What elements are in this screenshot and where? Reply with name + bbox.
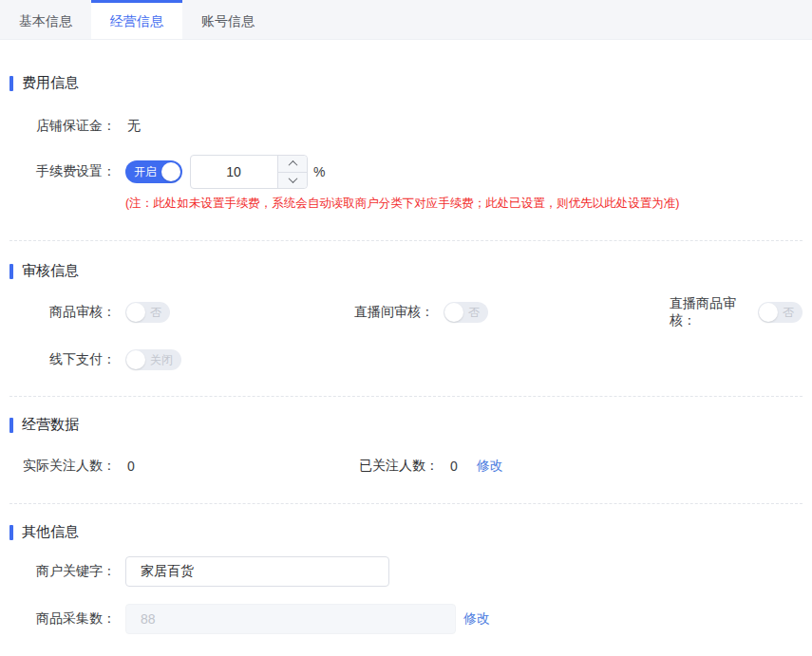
toggle-knob [759, 303, 778, 322]
deposit-row: 店铺保证金： 无 [9, 117, 803, 136]
deposit-value: 无 [127, 118, 141, 135]
livegoods-audit-toggle[interactable]: 否 [758, 302, 803, 323]
deposit-label: 店铺保证金： [9, 118, 116, 135]
spinner-increase-button[interactable] [278, 156, 307, 173]
fee-spinner [277, 156, 307, 188]
livegoods-audit-cell: 直播商品审核： 否 [670, 295, 803, 329]
goods-audit-state: 否 [150, 305, 161, 321]
fee-toggle-label: 开启 [134, 164, 157, 180]
goods-collect-row: 商品采集数： 修改 [9, 604, 803, 634]
fee-setting-label: 手续费设置： [9, 163, 116, 180]
tab-business-info[interactable]: 经营信息 [91, 0, 182, 39]
goods-audit-toggle[interactable]: 否 [125, 302, 170, 323]
livegoods-audit-state: 否 [783, 305, 794, 321]
section-title-text: 其他信息 [22, 523, 79, 541]
page-content: 费用信息 店铺保证金： 无 手续费设置： 开启 % (注：此处如未设置手续费，系… [0, 74, 812, 634]
fee-unit: % [313, 164, 325, 179]
title-accent-bar [9, 418, 13, 433]
section-title-fee-info: 费用信息 [9, 74, 803, 92]
business-data-row: 实际关注人数： 0 已关注人数： 0 修改 [9, 457, 803, 476]
toggle-knob [126, 350, 145, 369]
section-title-text: 费用信息 [22, 74, 79, 92]
tab-basic-info[interactable]: 基本信息 [0, 0, 91, 39]
fee-setting-row: 手续费设置： 开启 % [9, 155, 803, 189]
followed-count-value: 0 [450, 459, 458, 474]
section-divider [9, 240, 803, 241]
fee-note: (注：此处如未设置手续费，系统会自动读取商户分类下对应手续费；此处已设置，则优先… [125, 196, 803, 212]
fee-number-input-wrap [190, 155, 308, 189]
section-divider [9, 503, 803, 504]
audit-toggles-row: 商品审核： 否 直播间审核： 否 直播商品审核： 否 [9, 301, 803, 324]
fee-toggle[interactable]: 开启 [125, 160, 182, 183]
title-accent-bar [9, 525, 13, 540]
title-accent-bar [9, 264, 13, 279]
goods-collect-modify-link[interactable]: 修改 [463, 610, 490, 628]
section-title-text: 经营数据 [22, 416, 79, 434]
liveroom-audit-cell: 直播间审核： 否 [354, 302, 670, 323]
followed-count-cell: 已关注人数： 0 修改 [359, 458, 803, 475]
section-title-text: 审核信息 [22, 262, 79, 280]
goods-audit-label: 商品审核： [9, 304, 116, 321]
tab-bar: 基本信息 经营信息 账号信息 [0, 0, 812, 40]
chevron-up-icon [288, 160, 297, 170]
liveroom-audit-toggle[interactable]: 否 [444, 302, 488, 323]
livegoods-audit-label: 直播商品审核： [670, 295, 748, 329]
actual-followers-cell: 实际关注人数： 0 [9, 458, 359, 475]
offline-pay-toggle[interactable]: 关闭 [125, 349, 181, 370]
merchant-keyword-input[interactable] [125, 556, 389, 587]
actual-followers-label: 实际关注人数： [9, 458, 116, 475]
goods-collect-label: 商品采集数： [9, 610, 116, 628]
toggle-knob [161, 162, 180, 181]
liveroom-audit-state: 否 [468, 305, 480, 321]
section-divider [9, 396, 803, 397]
section-title-other-info: 其他信息 [9, 523, 803, 541]
goods-audit-cell: 商品审核： 否 [9, 302, 354, 323]
liveroom-audit-label: 直播间审核： [354, 304, 434, 321]
followed-count-label: 已关注人数： [359, 458, 439, 475]
merchant-keyword-row: 商户关键字： [9, 556, 803, 587]
followed-count-modify-link[interactable]: 修改 [477, 458, 503, 475]
spinner-decrease-button[interactable] [278, 173, 307, 189]
section-title-audit-info: 审核信息 [9, 262, 803, 280]
chevron-down-icon [288, 174, 297, 183]
tab-account-info[interactable]: 账号信息 [182, 0, 274, 39]
merchant-keyword-label: 商户关键字： [9, 563, 116, 580]
offline-pay-state: 关闭 [150, 352, 173, 368]
goods-collect-input [125, 604, 456, 634]
toggle-knob [126, 303, 145, 322]
offline-pay-label: 线下支付： [9, 351, 116, 368]
title-accent-bar [9, 76, 13, 91]
section-title-business-data: 经营数据 [9, 416, 803, 434]
toggle-knob [444, 303, 463, 322]
actual-followers-value: 0 [127, 459, 135, 474]
offline-pay-row: 线下支付： 关闭 [9, 348, 803, 371]
